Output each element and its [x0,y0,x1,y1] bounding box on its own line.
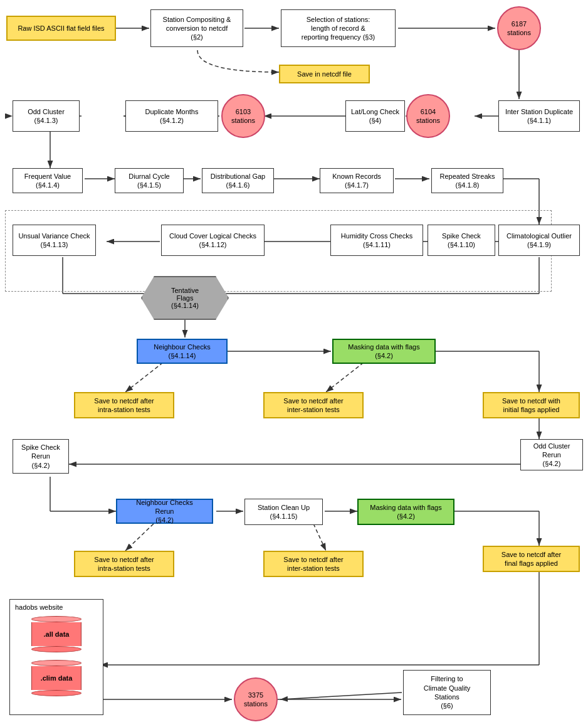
odd-cluster-rerun-label: Odd Cluster Rerun (§4.2) [533,442,570,469]
svg-line-31 [125,363,163,392]
save-netcdf-label: Save in netcdf file [297,70,352,78]
unusual-variance-node: Unsual Variance Check (§4.1.13) [13,225,96,256]
save-intra2-node: Save to netcdf after intra-station tests [74,551,174,577]
stations-6103-circle: 6103 stations [221,94,265,138]
frequent-value-label: Frequent Value (§4.1.4) [24,172,71,190]
stations-6187-label: 6187 stations [507,19,531,38]
stations-6104-label: 6104 stations [416,107,440,125]
humidity-cross-label: Humidity Cross Checks (§4.1.11) [341,231,412,250]
save-final-label: Save to netcdf after final flags applied [501,550,561,568]
known-records-label: Known Records (§4.1.7) [332,172,381,190]
diurnal-cycle-node: Diurnal Cycle (§4.1.5) [115,168,184,193]
masking-flags2-label: Masking data with flags (§4.2) [370,503,441,521]
neighbour-rerun-node: Neighbour Checks Rerun (§4.2) [116,499,213,524]
save-intra2-label: Save to netcdf after intra-station tests [94,555,154,573]
save-inter2-node: Save to netcdf after inter-station tests [263,551,364,577]
tent-flags-label: Tentative Flags (§4.1.14) [171,287,199,309]
save-final-node: Save to netcdf after final flags applied [483,546,580,572]
save-inter-label: Save to netcdf after inter-station tests [283,396,343,415]
stations-6187-circle: 6187 stations [497,6,541,50]
save-netcdf-node: Save in netcdf file [279,65,370,83]
svg-line-41 [125,524,154,551]
all-data-label: .all data [44,630,70,638]
save-inter2-label: Save to netcdf after inter-station tests [283,555,343,573]
station-compositing-node: Station Compositing & conversion to netc… [150,9,243,47]
neighbour-checks-label: Neighbour Checks (§4.1.14) [154,342,211,361]
svg-line-32 [326,363,364,392]
station-cleanup-label: Station Clean Up (§4.1.15) [258,503,310,521]
spike-check-node: Spike Check (§4.1.10) [428,225,495,256]
dup-months-label: Duplicate Months (§4.1.2) [145,107,199,125]
cloud-cover-node: Cloud Cover Logical Checks (§4.1.12) [161,225,265,256]
repeated-streaks-label: Repeated Streaks (§4.1.8) [439,172,495,190]
save-inter-node: Save to netcdf after inter-station tests [263,392,364,418]
selection-stations-label: Selection of stations: length of record … [302,15,375,42]
station-compositing-label: Station Compositing & conversion to netc… [163,15,231,42]
save-intra-node: Save to netcdf after intra-station tests [74,392,174,418]
raw-isd-label: Raw ISD ASCII flat field files [18,24,104,33]
stations-6104-circle: 6104 stations [406,94,450,138]
spike-rerun-node: Spike Check Rerun (§4.2) [13,439,69,474]
hadobs-website-label: hadobs website [15,603,98,611]
inter-station-dup-label: Inter Station Duplicate (§4.1.1) [505,107,573,125]
odd-cluster-node: Odd Cluster (§4.1.3) [13,100,80,132]
known-records-node: Known Records (§4.1.7) [320,168,394,193]
station-cleanup-node: Station Clean Up (§4.1.15) [244,499,323,525]
save-intra-label: Save to netcdf after intra-station tests [94,396,154,415]
filtering-label: Filtering to Climate Quality Stations (§… [424,674,471,710]
clim-outlier-label: Climatological Outlier (§4.1.9) [507,231,572,250]
odd-cluster-rerun-node: Odd Cluster Rerun (§4.2) [520,439,583,470]
dup-months-node: Duplicate Months (§4.1.2) [125,100,218,132]
clim-outlier-node: Climatological Outlier (§4.1.9) [498,225,580,256]
masking-flags2-node: Masking data with flags (§4.2) [357,499,454,525]
svg-line-49 [280,693,402,699]
raw-isd-node: Raw ISD ASCII flat field files [6,16,116,41]
dist-gap-label: Distributional Gap (§4.1.6) [211,172,265,190]
svg-line-42 [313,524,326,551]
spike-rerun-label: Spike Check Rerun (§4.2) [21,443,60,470]
neighbour-rerun-label: Neighbour Checks Rerun (§4.2) [136,498,193,525]
unusual-variance-label: Unsual Variance Check (§4.1.13) [18,231,90,250]
dist-gap-node: Distributional Gap (§4.1.6) [202,168,274,193]
hadobs-website-box: hadobs website .all data .clim data [9,599,103,715]
inter-station-dup-node: Inter Station Duplicate (§4.1.1) [498,100,580,132]
selection-stations-node: Selection of stations: length of record … [281,9,396,47]
save-initial-node: Save to netcdf with initial flags applie… [483,392,580,418]
stations-6103-label: 6103 stations [231,107,255,125]
odd-cluster-label: Odd Cluster (§4.1.3) [28,107,65,125]
clim-data-label: .clim data [41,674,73,682]
neighbour-checks-node: Neighbour Checks (§4.1.14) [137,339,228,364]
lat-long-check-label: Lat/Long Check (§4) [351,107,399,125]
humidity-cross-node: Humidity Cross Checks (§4.1.11) [330,225,423,256]
tent-flags-node: Tentative Flags (§4.1.14) [141,276,229,320]
frequent-value-node: Frequent Value (§4.1.4) [13,168,83,193]
masking-flags-node: Masking data with flags (§4.2) [332,339,436,364]
cloud-cover-label: Cloud Cover Logical Checks (§4.1.12) [169,231,256,250]
diurnal-cycle-label: Diurnal Cycle (§4.1.5) [129,172,169,190]
filtering-node: Filtering to Climate Quality Stations (§… [403,670,491,715]
save-initial-label: Save to netcdf with initial flags applie… [502,396,560,415]
spike-check-label: Spike Check (§4.1.10) [442,231,481,250]
repeated-streaks-node: Repeated Streaks (§4.1.8) [431,168,503,193]
lat-long-check-node: Lat/Long Check (§4) [345,100,405,132]
stations-3375-circle: 3375 stations [234,677,278,721]
masking-flags-label: Masking data with flags (§4.2) [348,342,419,361]
stations-3375-label: 3375 stations [244,691,268,709]
